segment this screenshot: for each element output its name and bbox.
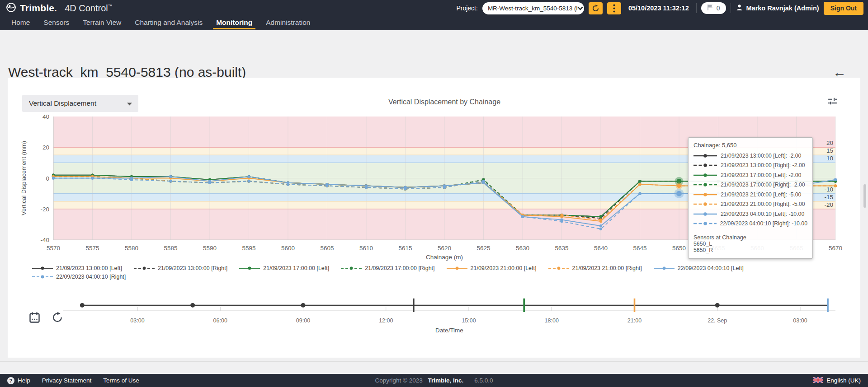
tooltip-series-value: 21/09/2023 21:00:00 [Right]: -5.00 [721,201,805,207]
nav-item-sensors[interactable]: Sensors [37,15,76,29]
scrollbar[interactable] [863,184,866,208]
nav-item-administration[interactable]: Administration [259,15,317,29]
legend-item[interactable]: 21/09/2023 17:00:00 [Right] [341,265,434,271]
legend-swatch [134,266,155,270]
svg-text:-10: -10 [824,186,833,193]
privacy-statement-link[interactable]: Privacy Statement [42,377,92,384]
svg-text:20: 20 [826,140,833,146]
tooltip-series-value: 21/09/2023 13:00:00 [Right]: -2.00 [721,162,805,168]
nav-item-terrain-view[interactable]: Terrain View [76,15,128,29]
svg-text:5650: 5650 [672,245,686,252]
alarm-flag-counter[interactable]: 0 [701,2,726,14]
trimble-logo-icon [5,2,17,15]
svg-text:10: 10 [826,155,833,162]
terms-of-use-link[interactable]: Terms of Use [103,377,139,384]
legend-item[interactable]: 21/09/2023 13:00:00 [Right] [134,265,227,271]
footer: ? Help Privacy Statement Terms of Use Co… [0,374,868,387]
timeline[interactable]: 03:0006:0009:0012:0015:0018:0021:0022. S… [8,290,860,342]
tooltip-series-row: 21/09/2023 13:00:00 [Left]: -2.00 [693,151,807,161]
svg-text:15: 15 [826,147,833,154]
tooltip-sensors-header: Sensors at Chainage [693,235,807,241]
svg-text:5615: 5615 [398,245,412,252]
nav-item-charting-and-analysis[interactable]: Charting and Analysis [128,15,209,29]
legend-item[interactable]: 22/09/2023 04:00:10 [Right] [32,274,126,280]
svg-text:21:00: 21:00 [627,317,642,324]
svg-text:-40: -40 [40,237,49,243]
brand-name: Trimble. [20,3,57,14]
legend-label: 21/09/2023 21:00:00 [Left] [471,265,537,271]
tooltip-swatch [693,211,717,217]
tooltip-series-value: 22/09/2023 04:00:10 [Right]: -10.00 [720,220,807,227]
divider [696,3,697,13]
svg-text:5625: 5625 [476,245,490,252]
tune-icon[interactable] [824,93,840,109]
project-select-value: MR-West-track_km_5540-5813 (l [488,5,578,12]
nav-item-monitoring[interactable]: Monitoring [209,15,259,29]
svg-text:Chainage (m): Chainage (m) [426,254,463,261]
legend-label: 21/09/2023 13:00:00 [Right] [158,265,227,271]
brand: Trimble. 4D Control™ [5,2,113,15]
flag-count: 0 [717,5,720,12]
legend-item[interactable]: 21/09/2023 21:00:00 [Left] [447,265,537,271]
language-selector[interactable]: English (UK) [813,377,861,384]
nav-item-home[interactable]: Home [5,15,37,29]
svg-text:5640: 5640 [594,245,608,252]
sign-out-button[interactable]: Sign Out [824,2,863,15]
application-window: Trimble. 4D Control™ Project: MR-West-tr… [0,0,868,387]
divider [0,361,868,362]
project-select[interactable]: MR-West-track_km_5540-5813 (l [482,2,584,14]
back-arrow-icon[interactable]: ← [833,65,846,79]
tooltip-series-value: 21/09/2023 17:00:00 [Left]: -2.00 [721,172,801,178]
svg-text:5620: 5620 [438,245,451,252]
user-icon [736,4,743,13]
tooltip-series-row: 21/09/2023 17:00:00 [Right]: -2.00 [693,180,807,190]
legend-swatch [654,266,675,270]
svg-text:06:00: 06:00 [213,317,227,324]
svg-text:Date/Time: Date/Time [435,327,463,334]
user-menu[interactable]: Marko Ravnjak (Admin) [736,4,819,13]
divider [731,3,731,13]
kebab-menu-icon[interactable] [607,2,621,14]
legend-label: 21/09/2023 17:00:00 [Left] [263,265,329,271]
tooltip-swatch [693,201,717,207]
legend-label: 21/09/2023 13:00:00 [Left] [56,265,122,271]
svg-text:5605: 5605 [320,245,334,252]
help-link[interactable]: ? Help [7,377,30,384]
project-label: Project: [456,5,477,12]
tooltip-title: Chainage: 5,650 [693,142,807,149]
refresh-button[interactable] [589,2,603,14]
svg-text:18:00: 18:00 [545,317,559,324]
svg-text:15:00: 15:00 [462,317,476,324]
current-datetime: 05/10/2023 11:32:12 [628,5,689,12]
legend-item[interactable]: 21/09/2023 21:00:00 [Right] [548,265,642,271]
uk-flag-icon [813,377,823,384]
legend-item[interactable]: 22/09/2023 04:00:10 [Left] [654,265,744,271]
page-header: West-track_km_5540-5813 (no as-built) ← [0,30,868,78]
flag-icon [707,4,713,13]
legend-swatch [341,266,362,270]
svg-text:0: 0 [46,175,49,182]
svg-text:5635: 5635 [555,245,568,252]
svg-text:5645: 5645 [633,245,646,252]
svg-text:5670: 5670 [829,245,842,252]
tooltip-series-value: 22/09/2023 04:00:10 [Left]: -10.00 [721,211,804,217]
svg-text:03:00: 03:00 [793,317,807,324]
tooltip-swatch [693,153,717,159]
legend-item[interactable]: 21/09/2023 17:00:00 [Left] [239,265,329,271]
svg-text:5570: 5570 [47,245,60,252]
tooltip-swatch [693,163,717,168]
svg-text:-15: -15 [824,194,833,200]
user-name: Marko Ravnjak (Admin) [746,5,819,12]
tooltip-series-value: 21/09/2023 21:00:00 [Left]: -5.00 [721,191,801,198]
chart-title: Vertical Displacement by Chainage [53,98,835,106]
svg-text:5585: 5585 [164,245,177,252]
svg-text:09:00: 09:00 [296,317,310,324]
legend-item[interactable]: 21/09/2023 13:00:00 [Left] [32,265,122,271]
svg-text:-20: -20 [824,201,833,208]
help-icon: ? [7,377,14,384]
svg-text:12:00: 12:00 [379,317,393,324]
tooltip-series-value: 21/09/2023 17:00:00 [Right]: -2.00 [721,182,805,188]
svg-text:5600: 5600 [281,245,295,252]
legend-label: 21/09/2023 21:00:00 [Right] [572,265,642,271]
legend-swatch [447,266,467,270]
